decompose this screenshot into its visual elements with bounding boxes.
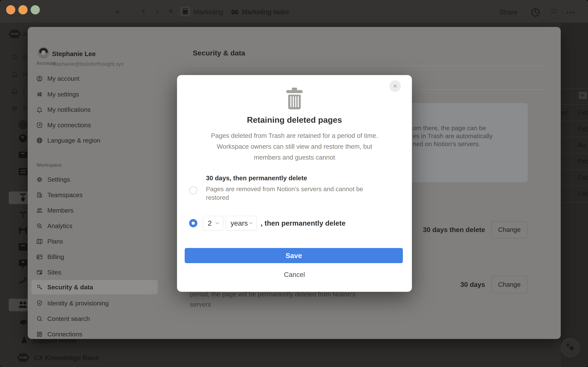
page-title: Security & data <box>193 49 245 57</box>
cx-kb-badge-icon: ACME <box>17 353 30 362</box>
nav-label: Sites <box>47 269 61 276</box>
avatar[interactable] <box>18 120 28 129</box>
home-icon[interactable] <box>11 71 18 78</box>
nav-label: Connections <box>47 331 82 338</box>
change-button[interactable]: Change <box>491 221 527 238</box>
table-cell: Feb <box>578 109 588 116</box>
nav-label: Plans <box>47 238 63 245</box>
info-box-text-fragment: es in Trash are automatically <box>413 133 493 139</box>
retention-unit-select[interactable]: years <box>226 216 257 231</box>
notion-window: « ‹ › + Marketing / Marketing tasks Shar… <box>0 0 588 367</box>
key-icon <box>36 284 43 291</box>
settings-nav-members[interactable]: Members <box>31 203 158 218</box>
option-custom-suffix: , then permanently delete <box>261 220 346 227</box>
mailbox-page-icon[interactable] <box>19 259 27 266</box>
background-database-table: ez Feb Feb Au Feb Feb Feb <box>561 23 588 367</box>
change-button[interactable]: Change <box>491 276 527 293</box>
nav-label: Settings <box>47 176 70 183</box>
forward-icon[interactable]: › <box>156 7 159 15</box>
nav-label: Analytics <box>47 222 73 230</box>
breadcrumb-separator: / <box>226 8 228 15</box>
workspace-section-header: Workspace <box>36 163 62 167</box>
more-options-icon[interactable]: ••• <box>567 8 575 17</box>
settings-nav-language-region[interactable]: Language & region <box>31 133 158 148</box>
breadcrumb-parent[interactable]: Marketing <box>194 8 223 15</box>
option-30-days-label[interactable]: 30 days, then permanently delete <box>206 175 307 181</box>
settings-nav-sites[interactable]: Sites <box>31 265 158 280</box>
radio-custom-period[interactable] <box>189 219 197 227</box>
profile-name: Stephanie Lee <box>52 51 96 57</box>
sidebar-item-cx-knowledge-base[interactable]: CX Knowledge Base <box>34 354 99 361</box>
option-30-days-sublabel: Pages are removed from Notion's servers … <box>206 185 363 202</box>
share-button[interactable]: Share <box>499 9 517 16</box>
settings-nav-my-account[interactable]: My account <box>31 71 158 86</box>
card-box-page-icon[interactable] <box>19 243 27 250</box>
favorite-star-icon[interactable]: ☆ <box>549 7 558 15</box>
settings-nav-my-connections[interactable]: My connections <box>31 118 158 132</box>
settings-nav-settings[interactable]: Settings <box>31 172 158 187</box>
trash-icon <box>285 87 304 112</box>
nav-label: Billing <box>47 253 64 260</box>
box-page-icon[interactable] <box>19 152 27 158</box>
potted-plant-page-icon <box>19 193 27 202</box>
table-column-divider <box>572 89 573 202</box>
table-cell: Feb <box>578 191 588 197</box>
info-box-text-fragment: om there, the page can be <box>413 125 486 131</box>
breadcrumb: Marketing / Marketing tasks <box>194 8 289 15</box>
bridge-page-icon[interactable] <box>18 226 28 234</box>
close-icon[interactable]: × <box>389 80 401 92</box>
breadcrumb-current[interactable]: Marketing tasks <box>242 8 289 15</box>
tools-page-icon[interactable] <box>18 275 28 284</box>
nav-label: My settings <box>47 91 79 98</box>
page-icon <box>180 7 190 16</box>
sidebar-collapse-icon[interactable]: « <box>115 7 120 15</box>
radio-30-days[interactable] <box>189 186 197 194</box>
settings-nav-billing[interactable]: Billing <box>31 250 158 264</box>
retention-number-select[interactable]: 2 <box>203 216 223 231</box>
traffic-light-zoom[interactable] <box>31 5 40 14</box>
traffic-light-minimize[interactable] <box>18 5 28 14</box>
settings-nav-teamspaces[interactable]: Teamspaces <box>31 188 158 202</box>
save-button[interactable]: Save <box>185 248 403 263</box>
history-clock-icon[interactable] <box>530 7 541 18</box>
traffic-light-close[interactable] <box>6 5 15 14</box>
cancel-button-label: Cancel <box>284 271 305 278</box>
modal-title: Retaining deleted pages <box>177 116 412 124</box>
calendar-icon <box>579 92 587 99</box>
settings-nav-my-settings[interactable]: My settings <box>31 87 158 101</box>
nav-label: Language & region <box>47 137 100 144</box>
settings-nav-analytics[interactable]: Analytics <box>31 219 158 233</box>
settings-nav-my-notifications[interactable]: My notifications <box>31 102 158 117</box>
new-page-icon[interactable]: + <box>168 7 173 15</box>
cancel-button[interactable]: Cancel <box>177 271 412 278</box>
settings-nav-connections[interactable]: Connections <box>31 327 158 342</box>
modal-description-line: members and guests cannot <box>177 152 412 163</box>
settings-nav-content-search[interactable]: Content search <box>31 312 158 326</box>
seedling-page-icon[interactable] <box>19 210 27 219</box>
bird-page-icon[interactable] <box>18 318 28 326</box>
table-cell: ez <box>561 109 568 116</box>
grid-icon <box>36 331 43 338</box>
workspace-badge[interactable]: ACME <box>8 30 21 38</box>
settings-gear-icon[interactable] <box>11 105 18 112</box>
map-icon <box>36 238 43 245</box>
nav-label: Members <box>47 207 74 214</box>
ai-assistant-button[interactable] <box>561 338 580 357</box>
eight-ball-page-icon[interactable] <box>19 134 27 142</box>
search-icon[interactable] <box>11 54 18 61</box>
nav-label: My notifications <box>47 106 91 113</box>
settings-nav-identity-provisioning[interactable]: Identity & provisioning <box>31 296 158 310</box>
table-cell: Feb <box>578 158 588 165</box>
sliders-icon <box>36 91 43 98</box>
back-icon[interactable]: ‹ <box>142 7 145 15</box>
sparkles-icon <box>561 339 580 357</box>
modal-description-line: Pages deleted from Trash are retained fo… <box>177 130 412 141</box>
close-glyph: × <box>393 83 397 90</box>
settings-nav-security-data[interactable]: Security & data <box>31 280 158 294</box>
nav-label: Identity & provisioning <box>47 300 109 307</box>
file-box-page-icon[interactable] <box>19 168 27 175</box>
profile-avatar <box>38 47 49 59</box>
inbox-icon[interactable] <box>11 88 18 95</box>
building-icon <box>36 192 43 199</box>
settings-nav-plans[interactable]: Plans <box>31 234 158 249</box>
